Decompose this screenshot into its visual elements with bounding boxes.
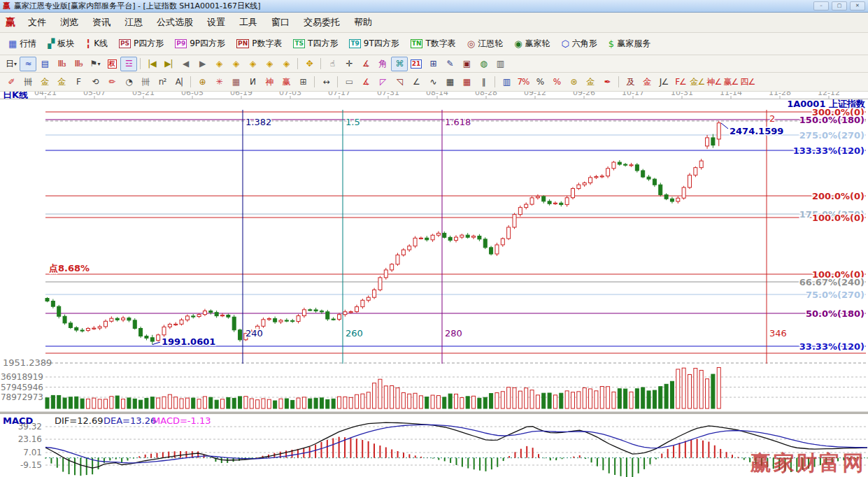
9p-square-button[interactable]: P99P四方形 xyxy=(169,33,231,55)
net-save-icon[interactable]: ◍ xyxy=(475,57,492,71)
gann-angle-tool-icon[interactable]: 角 xyxy=(374,57,391,71)
tool-grid-red-icon[interactable]: ▦ xyxy=(458,75,475,90)
tool-ying-icon[interactable]: 赢 xyxy=(278,75,294,90)
tool-grid-target-icon[interactable]: ▦ xyxy=(227,75,244,90)
next-page-icon[interactable]: ▶ xyxy=(194,57,211,71)
zoom-fit-icon[interactable]: ◈ xyxy=(278,57,294,71)
tool-zigzag-icon[interactable]: ∿ xyxy=(425,75,441,90)
tool-box-select-icon[interactable]: ▭ xyxy=(341,75,357,90)
volume-bar xyxy=(180,399,183,408)
tool-f-line-icon[interactable]: F xyxy=(70,75,87,90)
tool-red-pen-icon[interactable]: ✐ xyxy=(3,75,20,90)
menu-item-设置[interactable]: 设置 xyxy=(200,13,232,32)
bars-9-icon[interactable]: Ⅲ₉ xyxy=(70,57,87,71)
tool-gold-underline-icon[interactable]: 金 xyxy=(582,75,599,90)
calculator-icon[interactable]: ⊞ xyxy=(425,57,441,71)
period-day-dropdown[interactable]: 日▾ xyxy=(3,57,20,71)
menu-item-工具[interactable]: 工具 xyxy=(232,13,264,32)
hexagon-button[interactable]: ⬡六角形 xyxy=(556,33,603,55)
9t-square-button[interactable]: T99T四方形 xyxy=(343,33,404,55)
tool-gann-lines-icon[interactable]: 卌 xyxy=(20,75,36,90)
menu-item-资讯[interactable]: 资讯 xyxy=(85,13,118,32)
tool-time-circle-icon[interactable]: ◔ xyxy=(120,75,137,90)
tool-gold-angle-icon[interactable]: 金∠ xyxy=(689,75,706,90)
prev-page-icon[interactable]: ◀ xyxy=(177,57,194,71)
zoom-out-icon[interactable]: ◈ xyxy=(261,57,278,71)
crosshair-icon[interactable]: ✛ xyxy=(341,57,357,71)
tool-fan-box-icon[interactable]: ◸ xyxy=(374,75,391,90)
tool-gold-line2-icon[interactable]: 金 xyxy=(53,75,70,90)
tool-a-channel-icon[interactable]: A| xyxy=(171,75,187,90)
tool-f-angle-icon[interactable]: F∠ xyxy=(672,75,689,90)
calendar-icon[interactable]: 21 xyxy=(408,57,425,71)
first-page-icon[interactable]: |◀ xyxy=(143,57,160,71)
maximize-button[interactable]: ▢ xyxy=(832,1,847,10)
p-square-button[interactable]: PSP四方形 xyxy=(113,33,169,55)
quote-button[interactable]: ▦行情 xyxy=(3,33,42,55)
tool-compass-icon[interactable]: ⊕ xyxy=(194,75,211,90)
notes-icon[interactable]: ✎ xyxy=(441,57,458,71)
bars-3-icon[interactable]: Ⅲ₃ xyxy=(53,57,70,71)
shift-left-icon[interactable]: ◈ xyxy=(211,57,227,71)
kline-button[interactable]: ╏K线 xyxy=(80,33,113,55)
hand-tool-icon[interactable]: ☝ xyxy=(324,57,341,71)
tool-percent7-icon[interactable]: 7% xyxy=(515,75,532,90)
tool-percent-icon[interactable]: % xyxy=(532,75,548,90)
menu-item-公式选股[interactable]: 公式选股 xyxy=(150,13,200,32)
tool-gold-circle-icon[interactable]: ⊛ xyxy=(565,75,582,90)
rights-adjust-icon[interactable]: 权 xyxy=(104,57,120,71)
tool-j-angle-icon[interactable]: J∠ xyxy=(655,75,672,90)
tool-spiral-icon[interactable]: ⟲ xyxy=(87,75,104,90)
tool-gann-fan-icon[interactable]: ∡ xyxy=(357,75,374,90)
close-button[interactable]: ✕ xyxy=(850,1,865,10)
minimize-button[interactable]: – xyxy=(813,1,829,10)
tool-parallel-icon[interactable]: ∥ xyxy=(475,75,492,90)
menu-item-窗口[interactable]: 窗口 xyxy=(264,13,297,32)
menu-item-浏览[interactable]: 浏览 xyxy=(53,13,85,32)
document-icon[interactable]: ▤ xyxy=(36,57,53,71)
zoom-h-icon[interactable]: ◈ xyxy=(244,57,261,71)
tool-ruler-grid-icon[interactable]: ⊞ xyxy=(294,75,311,90)
sector-button[interactable]: ▞板块 xyxy=(42,33,80,55)
t-number-table-button[interactable]: TNT数字表 xyxy=(405,33,462,55)
tool-ji-icon[interactable]: 及 xyxy=(622,75,639,90)
t-square-button[interactable]: TST四方形 xyxy=(287,33,343,55)
tool-box-fan-icon[interactable]: ◹ xyxy=(391,75,408,90)
angle-measure-icon[interactable]: ∡ xyxy=(357,57,374,71)
winner-wheel-button[interactable]: ◉赢家轮 xyxy=(508,33,555,55)
tool-shen-angle-icon[interactable]: 神∠ xyxy=(706,75,723,90)
tool-h-measure-icon[interactable]: ↔ xyxy=(318,75,334,90)
tool-pen2-icon-glyph: ✒ xyxy=(604,76,610,89)
tool-star-icon[interactable]: ✳ xyxy=(211,75,227,90)
tool-gold-line1-icon[interactable]: 金 xyxy=(36,75,53,90)
tool-brush-icon[interactable]: ✏ xyxy=(104,75,120,90)
winner-service-button[interactable]: $赢家服务 xyxy=(603,33,656,55)
toolbox-icon[interactable]: ⌘ xyxy=(391,57,408,71)
menu-item-帮助[interactable]: 帮助 xyxy=(347,13,379,32)
tool-grid-icon[interactable]: ▦ xyxy=(441,75,458,90)
menu-item-江恩[interactable]: 江恩 xyxy=(118,13,150,32)
flag-dropdown[interactable]: ⚑▾ xyxy=(87,57,104,71)
tool-n-squared-icon[interactable]: n² xyxy=(154,75,171,90)
gann-wheel-button[interactable]: ◎江恩轮 xyxy=(462,33,508,55)
menu-item-交易委托[interactable]: 交易委托 xyxy=(297,13,347,32)
tool-percent-line-icon[interactable]: % xyxy=(548,75,565,90)
menu-item-文件[interactable]: 文件 xyxy=(21,13,53,32)
screen-wave-icon[interactable]: ≈ xyxy=(20,57,36,71)
tool-si-angle-icon[interactable]: 四∠ xyxy=(739,75,756,90)
shift-right-icon[interactable]: ◈ xyxy=(227,57,244,71)
tool-lines2-icon[interactable]: 卌 xyxy=(137,75,154,90)
computer-icon[interactable]: ▥ xyxy=(492,57,508,71)
last-page-icon[interactable]: ▶| xyxy=(160,57,177,71)
chip-distribution-icon[interactable]: ☲ xyxy=(120,57,137,71)
tool-shen-icon[interactable]: 神 xyxy=(261,75,278,90)
tool-k-wave-icon[interactable]: И xyxy=(244,75,261,90)
tool-columns-icon[interactable]: ▥ xyxy=(498,75,515,90)
tool-pen2-icon[interactable]: ✒ xyxy=(599,75,616,90)
p-number-table-button[interactable]: PNP数字表 xyxy=(231,33,287,55)
tool-angle-lines-icon[interactable]: ∠ xyxy=(408,75,425,90)
tool-ying-angle-icon[interactable]: 赢∠ xyxy=(723,75,739,90)
zoom-all-icon[interactable]: ✥ xyxy=(301,57,318,71)
tool-gold-red-icon[interactable]: 金 xyxy=(639,75,655,90)
save-icon[interactable]: ▣ xyxy=(458,57,475,71)
